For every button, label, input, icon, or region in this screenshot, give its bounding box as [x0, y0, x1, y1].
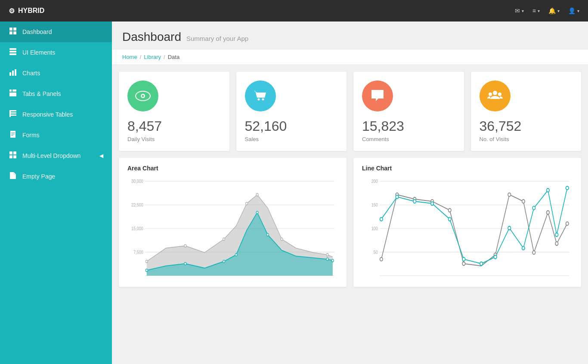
- list-button[interactable]: ≡ ▾: [532, 7, 540, 14]
- stat-value-comments: 15,823: [362, 118, 455, 134]
- stat-label-no-of-visits: No. of Visits: [480, 136, 573, 142]
- svg-text:100: 100: [371, 226, 378, 231]
- svg-rect-7: [9, 72, 11, 76]
- svg-rect-11: [12, 89, 16, 92]
- bell-caret: ▾: [557, 9, 560, 13]
- svg-point-87: [522, 246, 525, 250]
- sidebar-label-responsive-tables: Responsive Tables: [22, 111, 103, 118]
- stat-icon-no-of-visits: [480, 80, 511, 111]
- breadcrumb-library[interactable]: Library: [144, 54, 161, 60]
- user-button[interactable]: 👤 ▾: [568, 7, 579, 14]
- tabs-icon: [9, 89, 17, 98]
- svg-point-79: [396, 195, 399, 198]
- top-navbar: ⚙ HYBRID ✉ ▾ ≡ ▾ 🔔 ▾ 👤 ▾: [0, 0, 588, 22]
- svg-text:22,500: 22,500: [131, 202, 143, 207]
- svg-point-26: [374, 93, 375, 95]
- app-body: ▶ Dashboard UI Elements Charts Tabs & Pa…: [0, 22, 588, 364]
- email-caret: ▾: [522, 9, 524, 13]
- svg-point-42: [184, 244, 186, 247]
- stat-icon-sales: [245, 80, 276, 111]
- stat-icon-daily-visits: [127, 80, 158, 111]
- svg-text:150: 150: [371, 202, 378, 207]
- svg-rect-8: [12, 71, 14, 76]
- dashboard-icon: [9, 28, 17, 36]
- svg-point-91: [566, 186, 569, 190]
- svg-point-74: [532, 251, 535, 254]
- empty-page-icon: [9, 172, 17, 181]
- list-caret: ▾: [538, 9, 540, 13]
- sidebar-label-dashboard: Dashboard: [22, 28, 103, 35]
- sidebar-label-multi-level: Multi-Level Dropdown: [22, 152, 94, 159]
- svg-point-90: [555, 233, 558, 236]
- stat-card-comments: 15,823 Comments: [353, 72, 464, 151]
- sidebar-item-multi-level[interactable]: Multi-Level Dropdown ◀: [0, 145, 112, 166]
- forms-icon: [9, 131, 17, 139]
- svg-point-52: [256, 211, 258, 214]
- svg-text:7,500: 7,500: [133, 250, 143, 255]
- svg-rect-12: [9, 93, 16, 96]
- brand: ⚙ HYBRID: [9, 7, 44, 15]
- svg-point-76: [555, 242, 558, 245]
- sidebar-item-forms[interactable]: Forms: [0, 125, 112, 145]
- bell-button[interactable]: 🔔 ▾: [548, 7, 560, 14]
- line-chart-title: Line Chart: [362, 165, 573, 172]
- page-subtitle: Summary of your App: [186, 35, 248, 42]
- svg-rect-20: [13, 155, 16, 158]
- svg-point-69: [448, 208, 451, 212]
- svg-point-83: [462, 257, 465, 261]
- line-chart-card: Line Chart 200 150 100 50: [353, 158, 581, 287]
- sidebar-item-responsive-tables[interactable]: Responsive Tables: [0, 104, 112, 125]
- svg-point-80: [413, 200, 416, 203]
- svg-point-81: [431, 202, 434, 205]
- svg-point-51: [235, 253, 237, 256]
- breadcrumb: Home / Library / Data: [122, 54, 578, 60]
- stat-label-sales: Sales: [245, 136, 338, 142]
- multi-level-icon: [9, 151, 17, 160]
- sidebar-item-ui-elements[interactable]: UI Elements: [0, 42, 112, 63]
- svg-rect-6: [9, 53, 16, 55]
- sidebar-item-charts[interactable]: Charts: [0, 63, 112, 83]
- svg-rect-19: [9, 155, 12, 158]
- charts-icon: [9, 69, 17, 77]
- svg-point-65: [380, 257, 383, 261]
- stat-card-daily-visits: 8,457 Daily Visits: [119, 72, 229, 151]
- user-icon: 👤: [568, 7, 576, 14]
- sidebar-item-dashboard[interactable]: Dashboard: [0, 22, 112, 42]
- breadcrumb-home[interactable]: Home: [122, 54, 137, 60]
- multi-level-arrow: ◀: [99, 153, 103, 159]
- svg-point-27: [377, 93, 378, 95]
- stat-label-comments: Comments: [362, 136, 455, 142]
- stat-label-daily-visits: Daily Visits: [127, 136, 221, 142]
- breadcrumb-data: Data: [168, 54, 179, 60]
- tables-icon: [9, 110, 17, 119]
- main-content: Dashboard Summary of your App Home / Lib…: [112, 22, 588, 364]
- svg-point-53: [267, 233, 269, 236]
- svg-rect-3: [13, 31, 16, 34]
- svg-point-54: [326, 258, 328, 260]
- svg-point-86: [508, 226, 511, 230]
- sidebar-item-empty-page[interactable]: Empty Page: [0, 166, 112, 187]
- svg-point-41: [145, 260, 148, 263]
- page-title: Dashboard: [122, 30, 181, 44]
- sidebar: ▶ Dashboard UI Elements Charts Tabs & Pa…: [0, 22, 112, 364]
- svg-point-55: [331, 259, 334, 262]
- sidebar-label-ui-elements: UI Elements: [22, 49, 103, 56]
- area-chart-card: Area Chart 30,000 22,500 15,000 7,500: [119, 158, 347, 287]
- svg-point-47: [326, 253, 328, 256]
- svg-rect-2: [9, 31, 12, 34]
- svg-point-82: [448, 217, 451, 221]
- sidebar-label-tabs-panels: Tabs & Panels: [22, 90, 103, 97]
- email-button[interactable]: ✉ ▾: [515, 7, 524, 14]
- stat-icon-comments: [362, 80, 393, 111]
- svg-point-25: [262, 99, 264, 101]
- svg-rect-16: [9, 110, 11, 117]
- svg-point-89: [547, 188, 550, 192]
- svg-point-70: [462, 262, 465, 265]
- sidebar-item-tabs-panels[interactable]: Tabs & Panels: [0, 83, 112, 104]
- navbar-right: ✉ ▾ ≡ ▾ 🔔 ▾ 👤 ▾: [515, 7, 579, 14]
- svg-point-31: [498, 93, 501, 96]
- sidebar-label-empty-page: Empty Page: [22, 173, 103, 180]
- svg-point-30: [489, 93, 492, 96]
- charts-grid: Area Chart 30,000 22,500 15,000 7,500: [112, 158, 588, 294]
- svg-text:30,000: 30,000: [131, 179, 143, 184]
